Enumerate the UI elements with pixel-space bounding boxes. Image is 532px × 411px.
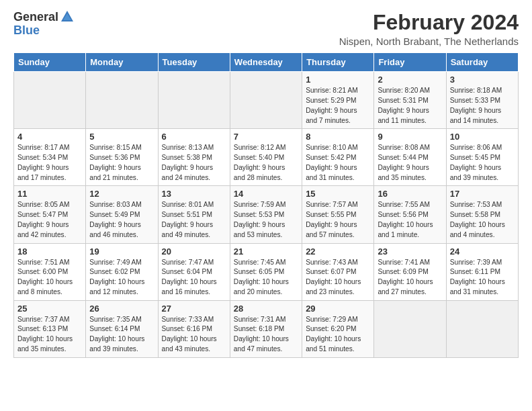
day-info: Sunrise: 7:57 AMSunset: 5:55 PMDaylight:…: [306, 200, 370, 240]
day-cell: 8Sunrise: 8:10 AMSunset: 5:42 PMDaylight…: [302, 129, 374, 186]
day-info: Sunrise: 7:51 AMSunset: 6:00 PMDaylight:…: [17, 258, 82, 298]
day-cell: [230, 72, 302, 129]
day-info: Sunrise: 8:03 AMSunset: 5:49 PMDaylight:…: [89, 200, 154, 240]
col-header-friday: Friday: [374, 53, 446, 72]
day-cell: 23Sunrise: 7:41 AMSunset: 6:09 PMDayligh…: [374, 243, 446, 300]
day-info: Sunrise: 8:10 AMSunset: 5:42 PMDaylight:…: [306, 143, 370, 183]
day-number: 21: [234, 246, 298, 257]
day-cell: 7Sunrise: 8:12 AMSunset: 5:40 PMDaylight…: [230, 129, 302, 186]
day-info: Sunrise: 8:12 AMSunset: 5:40 PMDaylight:…: [234, 143, 298, 183]
day-cell: 19Sunrise: 7:49 AMSunset: 6:02 PMDayligh…: [86, 243, 158, 300]
day-cell: 26Sunrise: 7:35 AMSunset: 6:14 PMDayligh…: [86, 300, 158, 357]
day-info: Sunrise: 8:17 AMSunset: 5:34 PMDaylight:…: [17, 143, 82, 183]
day-info: Sunrise: 7:55 AMSunset: 5:56 PMDaylight:…: [378, 200, 442, 240]
day-number: 22: [306, 246, 370, 257]
day-number: 26: [89, 304, 154, 314]
week-row-2: 11Sunrise: 8:05 AMSunset: 5:47 PMDayligh…: [14, 186, 519, 243]
day-cell: 14Sunrise: 7:59 AMSunset: 5:53 PMDayligh…: [230, 186, 302, 243]
day-cell: 2Sunrise: 8:20 AMSunset: 5:31 PMDaylight…: [374, 72, 446, 129]
day-number: 17: [450, 189, 515, 199]
day-cell: [446, 300, 518, 357]
day-info: Sunrise: 7:43 AMSunset: 6:07 PMDaylight:…: [306, 258, 370, 298]
day-info: Sunrise: 7:49 AMSunset: 6:02 PMDaylight:…: [89, 258, 154, 298]
day-number: 27: [162, 304, 226, 314]
day-cell: 20Sunrise: 7:47 AMSunset: 6:04 PMDayligh…: [158, 243, 230, 300]
day-cell: 3Sunrise: 8:18 AMSunset: 5:33 PMDaylight…: [446, 72, 518, 129]
day-cell: 18Sunrise: 7:51 AMSunset: 6:00 PMDayligh…: [14, 243, 86, 300]
day-number: 23: [378, 246, 442, 257]
day-cell: 21Sunrise: 7:45 AMSunset: 6:05 PMDayligh…: [230, 243, 302, 300]
day-info: Sunrise: 7:41 AMSunset: 6:09 PMDaylight:…: [378, 258, 442, 298]
day-number: 6: [162, 132, 226, 142]
day-info: Sunrise: 7:33 AMSunset: 6:16 PMDaylight:…: [162, 315, 226, 355]
day-number: 25: [17, 304, 82, 314]
logo: General Blue: [13, 11, 75, 38]
day-cell: 1Sunrise: 8:21 AMSunset: 5:29 PMDaylight…: [302, 72, 374, 129]
day-number: 20: [162, 246, 226, 257]
day-number: 12: [89, 189, 154, 199]
day-cell: 10Sunrise: 8:06 AMSunset: 5:45 PMDayligh…: [446, 129, 518, 186]
day-info: Sunrise: 8:13 AMSunset: 5:38 PMDaylight:…: [162, 143, 226, 183]
day-info: Sunrise: 7:35 AMSunset: 6:14 PMDaylight:…: [89, 315, 154, 355]
day-number: 9: [378, 132, 442, 142]
day-cell: 24Sunrise: 7:39 AMSunset: 6:11 PMDayligh…: [446, 243, 518, 300]
title-block: February 2024 Nispen, North Brabant, The…: [339, 11, 519, 47]
day-info: Sunrise: 8:05 AMSunset: 5:47 PMDaylight:…: [17, 200, 82, 240]
week-row-3: 18Sunrise: 7:51 AMSunset: 6:00 PMDayligh…: [14, 243, 519, 300]
day-number: 16: [378, 189, 442, 199]
day-cell: 12Sunrise: 8:03 AMSunset: 5:49 PMDayligh…: [86, 186, 158, 243]
day-cell: 5Sunrise: 8:15 AMSunset: 5:36 PMDaylight…: [86, 129, 158, 186]
week-row-4: 25Sunrise: 7:37 AMSunset: 6:13 PMDayligh…: [14, 300, 519, 357]
day-number: 24: [450, 246, 515, 257]
day-number: 10: [450, 132, 515, 142]
day-number: 29: [306, 304, 370, 314]
day-info: Sunrise: 7:37 AMSunset: 6:13 PMDaylight:…: [17, 315, 82, 355]
day-number: 4: [17, 132, 82, 142]
day-cell: 15Sunrise: 7:57 AMSunset: 5:55 PMDayligh…: [302, 186, 374, 243]
day-info: Sunrise: 8:20 AMSunset: 5:31 PMDaylight:…: [378, 86, 442, 126]
day-cell: 22Sunrise: 7:43 AMSunset: 6:07 PMDayligh…: [302, 243, 374, 300]
day-cell: 28Sunrise: 7:31 AMSunset: 6:18 PMDayligh…: [230, 300, 302, 357]
day-info: Sunrise: 8:18 AMSunset: 5:33 PMDaylight:…: [450, 86, 515, 126]
day-cell: 29Sunrise: 7:29 AMSunset: 6:20 PMDayligh…: [302, 300, 374, 357]
day-info: Sunrise: 8:21 AMSunset: 5:29 PMDaylight:…: [306, 86, 370, 126]
day-number: 14: [234, 189, 298, 199]
day-number: 2: [378, 75, 442, 85]
day-info: Sunrise: 8:06 AMSunset: 5:45 PMDaylight:…: [450, 143, 515, 183]
day-info: Sunrise: 8:01 AMSunset: 5:51 PMDaylight:…: [162, 200, 226, 240]
day-cell: [374, 300, 446, 357]
col-header-wednesday: Wednesday: [230, 53, 302, 72]
col-header-tuesday: Tuesday: [158, 53, 230, 72]
day-number: 5: [89, 132, 154, 142]
logo-general: General: [13, 11, 58, 24]
day-info: Sunrise: 7:39 AMSunset: 6:11 PMDaylight:…: [450, 258, 515, 298]
main-title: February 2024: [339, 11, 519, 34]
day-number: 18: [17, 246, 82, 257]
day-info: Sunrise: 7:29 AMSunset: 6:20 PMDaylight:…: [306, 315, 370, 355]
day-info: Sunrise: 8:15 AMSunset: 5:36 PMDaylight:…: [89, 143, 154, 183]
header: General Blue February 2024 Nispen, North…: [13, 11, 519, 47]
col-header-saturday: Saturday: [446, 53, 518, 72]
week-row-0: 1Sunrise: 8:21 AMSunset: 5:29 PMDaylight…: [14, 72, 519, 129]
day-cell: 11Sunrise: 8:05 AMSunset: 5:47 PMDayligh…: [14, 186, 86, 243]
day-cell: 17Sunrise: 7:53 AMSunset: 5:58 PMDayligh…: [446, 186, 518, 243]
day-info: Sunrise: 8:08 AMSunset: 5:44 PMDaylight:…: [378, 143, 442, 183]
day-number: 7: [234, 132, 298, 142]
day-info: Sunrise: 7:45 AMSunset: 6:05 PMDaylight:…: [234, 258, 298, 298]
week-row-1: 4Sunrise: 8:17 AMSunset: 5:34 PMDaylight…: [14, 129, 519, 186]
day-info: Sunrise: 7:47 AMSunset: 6:04 PMDaylight:…: [162, 258, 226, 298]
day-cell: 16Sunrise: 7:55 AMSunset: 5:56 PMDayligh…: [374, 186, 446, 243]
calendar: SundayMondayTuesdayWednesdayThursdayFrid…: [13, 52, 519, 358]
day-cell: [14, 72, 86, 129]
day-number: 19: [89, 246, 154, 257]
day-info: Sunrise: 7:31 AMSunset: 6:18 PMDaylight:…: [234, 315, 298, 355]
day-number: 28: [234, 304, 298, 314]
day-info: Sunrise: 7:53 AMSunset: 5:58 PMDaylight:…: [450, 200, 515, 240]
day-number: 15: [306, 189, 370, 199]
day-cell: 25Sunrise: 7:37 AMSunset: 6:13 PMDayligh…: [14, 300, 86, 357]
col-header-thursday: Thursday: [302, 53, 374, 72]
day-number: 11: [17, 189, 82, 199]
day-cell: [86, 72, 158, 129]
day-cell: 27Sunrise: 7:33 AMSunset: 6:16 PMDayligh…: [158, 300, 230, 357]
header-row: SundayMondayTuesdayWednesdayThursdayFrid…: [14, 53, 519, 72]
